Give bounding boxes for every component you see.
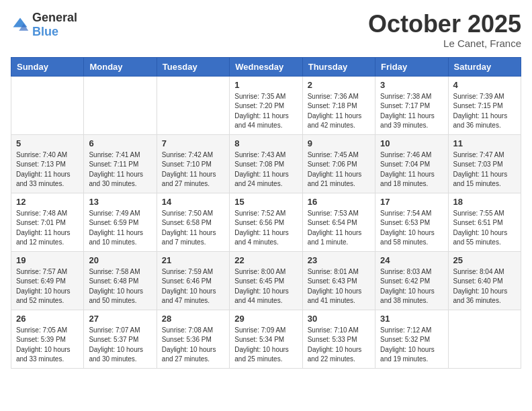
calendar-cell: 30Sunrise: 7:10 AMSunset: 5:33 PMDayligh… <box>302 310 375 368</box>
day-number: 6 <box>89 138 151 148</box>
day-info: Sunrise: 7:46 AMSunset: 7:04 PMDaylight:… <box>380 150 443 189</box>
day-number: 28 <box>162 314 224 324</box>
calendar-cell: 1Sunrise: 7:35 AMSunset: 7:20 PMDaylight… <box>230 76 302 134</box>
day-info: Sunrise: 8:00 AMSunset: 6:45 PMDaylight:… <box>234 267 297 306</box>
day-number: 27 <box>89 314 151 324</box>
day-info: Sunrise: 7:47 AMSunset: 7:03 PMDaylight:… <box>453 150 516 189</box>
day-info: Sunrise: 7:54 AMSunset: 6:53 PMDaylight:… <box>380 209 443 248</box>
calendar-cell: 4Sunrise: 7:39 AMSunset: 7:15 PMDaylight… <box>448 76 521 134</box>
day-number: 31 <box>380 314 443 324</box>
day-info: Sunrise: 7:48 AMSunset: 7:01 PMDaylight:… <box>16 209 79 248</box>
day-number: 25 <box>453 255 516 265</box>
day-info: Sunrise: 7:45 AMSunset: 7:06 PMDaylight:… <box>308 150 370 189</box>
day-number: 1 <box>234 80 297 90</box>
day-info: Sunrise: 7:40 AMSunset: 7:13 PMDaylight:… <box>16 150 79 189</box>
calendar-cell: 8Sunrise: 7:43 AMSunset: 7:08 PMDaylight… <box>230 134 302 193</box>
calendar-cell: 29Sunrise: 7:09 AMSunset: 5:34 PMDayligh… <box>230 310 302 368</box>
calendar-cell: 25Sunrise: 8:04 AMSunset: 6:40 PMDayligh… <box>448 251 521 310</box>
calendar-cell: 9Sunrise: 7:45 AMSunset: 7:06 PMDaylight… <box>302 134 375 193</box>
calendar-cell: 21Sunrise: 7:59 AMSunset: 6:46 PMDayligh… <box>157 251 229 310</box>
day-info: Sunrise: 7:43 AMSunset: 7:08 PMDaylight:… <box>234 150 297 189</box>
calendar-body: 1Sunrise: 7:35 AMSunset: 7:20 PMDaylight… <box>11 76 521 368</box>
calendar-cell: 10Sunrise: 7:46 AMSunset: 7:04 PMDayligh… <box>375 134 448 193</box>
day-info: Sunrise: 7:58 AMSunset: 6:48 PMDaylight:… <box>89 267 151 306</box>
calendar-cell <box>11 76 84 134</box>
day-info: Sunrise: 8:01 AMSunset: 6:43 PMDaylight:… <box>308 267 370 306</box>
calendar-cell: 23Sunrise: 8:01 AMSunset: 6:43 PMDayligh… <box>302 251 375 310</box>
day-number: 29 <box>234 314 297 324</box>
calendar-cell: 16Sunrise: 7:53 AMSunset: 6:54 PMDayligh… <box>302 193 375 251</box>
day-number: 26 <box>16 314 79 324</box>
calendar-cell <box>84 76 157 134</box>
day-info: Sunrise: 7:39 AMSunset: 7:15 PMDaylight:… <box>453 92 516 131</box>
weekday-header-thursday: Thursday <box>302 57 375 76</box>
day-info: Sunrise: 7:52 AMSunset: 6:56 PMDaylight:… <box>234 209 297 248</box>
logo-icon <box>11 15 30 34</box>
day-info: Sunrise: 7:09 AMSunset: 5:34 PMDaylight:… <box>234 326 297 365</box>
calendar-week-3: 12Sunrise: 7:48 AMSunset: 7:01 PMDayligh… <box>11 193 521 251</box>
calendar-cell <box>157 76 229 134</box>
day-number: 22 <box>234 255 297 265</box>
day-info: Sunrise: 7:08 AMSunset: 5:36 PMDaylight:… <box>162 326 224 365</box>
day-info: Sunrise: 7:49 AMSunset: 6:59 PMDaylight:… <box>89 209 151 248</box>
day-number: 18 <box>453 197 516 207</box>
weekday-header-sunday: Sunday <box>11 57 84 76</box>
day-info: Sunrise: 7:59 AMSunset: 6:46 PMDaylight:… <box>162 267 224 306</box>
day-info: Sunrise: 7:10 AMSunset: 5:33 PMDaylight:… <box>308 326 370 365</box>
calendar-cell: 11Sunrise: 7:47 AMSunset: 7:03 PMDayligh… <box>448 134 521 193</box>
day-info: Sunrise: 7:05 AMSunset: 5:39 PMDaylight:… <box>16 326 79 365</box>
calendar-header-row: SundayMondayTuesdayWednesdayThursdayFrid… <box>11 57 521 76</box>
calendar-cell: 20Sunrise: 7:58 AMSunset: 6:48 PMDayligh… <box>84 251 157 310</box>
page-header: General Blue October 2025 Le Canet, Fran… <box>11 11 521 49</box>
calendar-cell: 12Sunrise: 7:48 AMSunset: 7:01 PMDayligh… <box>11 193 84 251</box>
day-info: Sunrise: 7:50 AMSunset: 6:58 PMDaylight:… <box>162 209 224 248</box>
day-info: Sunrise: 8:04 AMSunset: 6:40 PMDaylight:… <box>453 267 516 306</box>
day-info: Sunrise: 7:55 AMSunset: 6:51 PMDaylight:… <box>453 209 516 248</box>
day-info: Sunrise: 7:53 AMSunset: 6:54 PMDaylight:… <box>308 209 370 248</box>
calendar-week-4: 19Sunrise: 7:57 AMSunset: 6:49 PMDayligh… <box>11 251 521 310</box>
day-number: 23 <box>308 255 370 265</box>
day-number: 5 <box>16 138 79 148</box>
day-number: 11 <box>453 138 516 148</box>
day-number: 16 <box>308 197 370 207</box>
day-number: 2 <box>308 80 370 90</box>
weekday-header-friday: Friday <box>375 57 448 76</box>
day-number: 17 <box>380 197 443 207</box>
day-number: 30 <box>308 314 370 324</box>
day-info: Sunrise: 7:38 AMSunset: 7:17 PMDaylight:… <box>380 92 443 131</box>
day-number: 8 <box>234 138 297 148</box>
calendar-cell: 19Sunrise: 7:57 AMSunset: 6:49 PMDayligh… <box>11 251 84 310</box>
calendar-cell: 31Sunrise: 7:12 AMSunset: 5:32 PMDayligh… <box>375 310 448 368</box>
calendar-cell: 14Sunrise: 7:50 AMSunset: 6:58 PMDayligh… <box>157 193 229 251</box>
day-number: 15 <box>234 197 297 207</box>
calendar-cell: 2Sunrise: 7:36 AMSunset: 7:18 PMDaylight… <box>302 76 375 134</box>
day-info: Sunrise: 7:07 AMSunset: 5:37 PMDaylight:… <box>89 326 151 365</box>
day-number: 20 <box>89 255 151 265</box>
day-number: 21 <box>162 255 224 265</box>
day-info: Sunrise: 8:03 AMSunset: 6:42 PMDaylight:… <box>380 267 443 306</box>
month-title: October 2025 <box>368 11 521 38</box>
calendar-cell: 18Sunrise: 7:55 AMSunset: 6:51 PMDayligh… <box>448 193 521 251</box>
calendar-table: SundayMondayTuesdayWednesdayThursdayFrid… <box>11 57 521 369</box>
calendar-cell: 28Sunrise: 7:08 AMSunset: 5:36 PMDayligh… <box>157 310 229 368</box>
calendar-cell: 27Sunrise: 7:07 AMSunset: 5:37 PMDayligh… <box>84 310 157 368</box>
calendar-week-2: 5Sunrise: 7:40 AMSunset: 7:13 PMDaylight… <box>11 134 521 193</box>
day-info: Sunrise: 7:41 AMSunset: 7:11 PMDaylight:… <box>89 150 151 189</box>
day-number: 3 <box>380 80 443 90</box>
calendar-cell: 7Sunrise: 7:42 AMSunset: 7:10 PMDaylight… <box>157 134 229 193</box>
weekday-header-monday: Monday <box>84 57 157 76</box>
day-number: 24 <box>380 255 443 265</box>
calendar-cell: 26Sunrise: 7:05 AMSunset: 5:39 PMDayligh… <box>11 310 84 368</box>
day-number: 14 <box>162 197 224 207</box>
calendar-cell <box>448 310 521 368</box>
day-info: Sunrise: 7:36 AMSunset: 7:18 PMDaylight:… <box>308 92 370 131</box>
calendar-cell: 22Sunrise: 8:00 AMSunset: 6:45 PMDayligh… <box>230 251 302 310</box>
title-block: October 2025 Le Canet, France <box>368 11 521 49</box>
logo-blue: Blue <box>32 25 58 38</box>
day-info: Sunrise: 7:42 AMSunset: 7:10 PMDaylight:… <box>162 150 224 189</box>
weekday-header-tuesday: Tuesday <box>157 57 229 76</box>
calendar-cell: 15Sunrise: 7:52 AMSunset: 6:56 PMDayligh… <box>230 193 302 251</box>
calendar-cell: 3Sunrise: 7:38 AMSunset: 7:17 PMDaylight… <box>375 76 448 134</box>
calendar-week-5: 26Sunrise: 7:05 AMSunset: 5:39 PMDayligh… <box>11 310 521 368</box>
day-number: 4 <box>453 80 516 90</box>
